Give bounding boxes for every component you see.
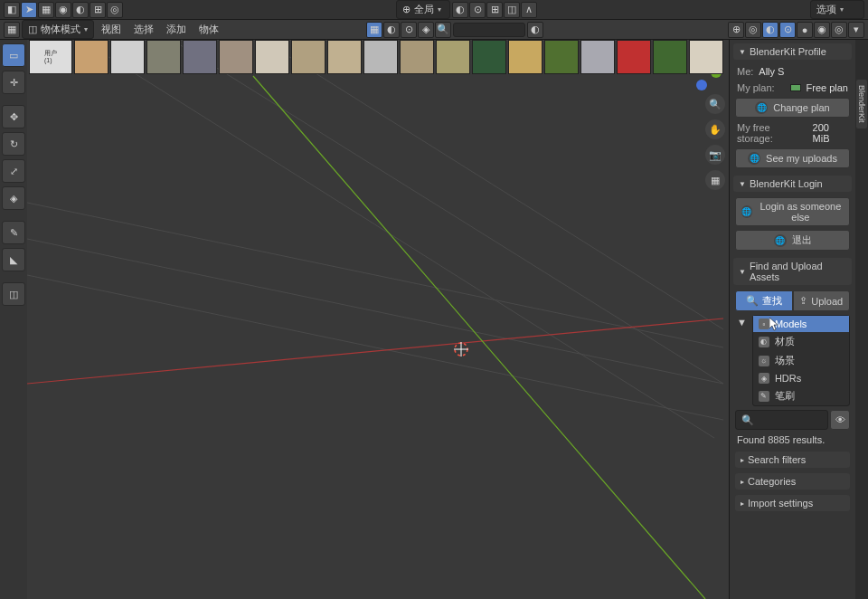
tool-add-cube[interactable]: ◫ — [2, 282, 25, 306]
menu-object[interactable]: 物体 — [193, 21, 224, 38]
asset-thumb[interactable] — [110, 40, 145, 74]
asset-search-input[interactable]: 🔍 — [735, 410, 828, 430]
menu-select[interactable]: 选择 — [128, 21, 159, 38]
left-toolbar: ▭ ✛ ✥ ↻ ⤢ ◈ ✎ ◣ ◫ — [0, 40, 27, 599]
options-dropdown[interactable]: 选项▾ — [810, 0, 864, 19]
overlay-search-icon[interactable]: 🔍 — [435, 22, 451, 38]
header-search-input[interactable] — [453, 23, 525, 37]
select-lasso-icon[interactable]: ◐ — [72, 2, 89, 18]
tool-rotate[interactable]: ↻ — [2, 132, 25, 156]
camera-icon[interactable]: 📷 — [705, 145, 725, 165]
menu-add[interactable]: 添加 — [161, 21, 192, 38]
snap-toggle-icon[interactable]: ⊙ — [469, 2, 486, 18]
proportional-icon[interactable]: ◎ — [107, 2, 123, 18]
asset-thumb[interactable] — [400, 40, 434, 74]
type-brushes[interactable]: ✎ 笔刷 — [753, 386, 849, 405]
select-circle-icon[interactable]: ◉ — [55, 2, 71, 18]
tab-upload[interactable]: ⇪ Upload — [793, 290, 851, 311]
search-filters-header[interactable]: ▸Search filters — [735, 452, 850, 468]
tool-select-box[interactable]: ▭ — [2, 43, 25, 67]
asset-user-tile[interactable]: 用户(1) — [29, 40, 72, 74]
login-as-button[interactable]: 🌐 Login as someone else — [735, 197, 850, 226]
shading-solid-icon[interactable]: ● — [797, 22, 813, 38]
overlay-c-icon[interactable]: ◈ — [418, 22, 434, 38]
gizmo-toggle-icon[interactable]: ⊕ — [728, 22, 744, 38]
pivot-icon[interactable]: ◐ — [452, 2, 468, 18]
overlay-visibility-icon[interactable]: ▦ — [366, 22, 382, 38]
asset-thumbnail-strip: 用户(1) — [29, 40, 729, 74]
asset-thumb[interactable] — [291, 40, 326, 74]
asset-thumb[interactable] — [146, 40, 181, 74]
asset-thumb[interactable] — [219, 40, 253, 74]
asset-thumb[interactable] — [183, 40, 217, 74]
globe-icon: 🌐 — [748, 152, 760, 165]
shading-rendered-icon[interactable]: ◎ — [831, 22, 847, 38]
xray-icon[interactable]: ◐ — [762, 22, 778, 38]
options-b-icon[interactable]: ∧ — [521, 2, 537, 18]
profile-me: Me: Ally S — [735, 65, 850, 78]
change-plan-button[interactable]: 🌐 Change plan — [735, 98, 850, 118]
panel-find-header[interactable]: ▼Find and Upload Assets — [733, 258, 852, 285]
asset-thumb[interactable] — [74, 40, 108, 74]
asset-thumb[interactable] — [544, 40, 579, 74]
svg-line-0 — [27, 275, 723, 420]
far-right-tabs: BlenderKit — [855, 40, 868, 599]
asset-thumb[interactable] — [255, 40, 289, 74]
snap-icon[interactable]: ⊞ — [90, 2, 106, 18]
shading-options-icon[interactable]: ▾ — [848, 22, 864, 38]
categories-header[interactable]: ▸Categories — [735, 473, 850, 490]
type-models[interactable]: ▫ Models — [753, 316, 849, 332]
panel-profile-header[interactable]: ▼BlenderKit Profile — [733, 43, 852, 60]
list-collapse-icon[interactable]: ▼ — [735, 315, 749, 406]
tool-measure[interactable]: ◣ — [2, 248, 25, 271]
proportional-toggle-icon[interactable]: ⊞ — [486, 2, 503, 18]
asset-thumb[interactable] — [508, 40, 542, 74]
asset-thumb[interactable] — [363, 40, 398, 74]
type-materials[interactable]: ◐ 材质 — [753, 332, 849, 351]
shading-wire-icon[interactable]: ⊙ — [779, 22, 796, 38]
tab-search[interactable]: 🔍 查找 — [735, 290, 793, 311]
options-a-icon[interactable]: ◫ — [504, 2, 520, 18]
top-toolbar: ◧ ➤ ▦ ◉ ◐ ⊞ ◎ ⊕全局▾ ◐ ⊙ ⊞ ◫ ∧ 选项▾ — [0, 0, 868, 20]
editor-type-icon[interactable]: ▦ — [4, 22, 20, 38]
type-scenes[interactable]: ☼ 场景 — [753, 351, 849, 370]
tool-annotate[interactable]: ✎ — [2, 221, 25, 244]
shading-material-icon[interactable]: ◉ — [814, 22, 830, 38]
asset-thumb[interactable] — [472, 40, 506, 74]
overlay-b-icon[interactable]: ⊙ — [401, 22, 417, 38]
select-tweak-icon[interactable]: ➤ — [21, 2, 37, 18]
viewport-3d[interactable]: 用户(1) 🔍 — [27, 40, 729, 599]
scene-icon: ☼ — [759, 356, 769, 366]
tool-scale[interactable]: ⤢ — [2, 159, 25, 183]
tool-transform[interactable]: ◈ — [2, 186, 25, 210]
asset-thumb[interactable] — [617, 40, 651, 74]
zoom-icon[interactable]: 🔍 — [705, 94, 725, 114]
orientation-select[interactable]: ⊕全局▾ — [396, 0, 450, 19]
asset-thumb[interactable] — [653, 40, 687, 74]
pan-icon[interactable]: ✋ — [705, 119, 725, 139]
panel-login-header[interactable]: ▼BlenderKit Login — [733, 176, 852, 192]
asset-thumb[interactable] — [689, 40, 723, 74]
import-settings-header[interactable]: ▸Import settings — [735, 495, 850, 511]
gizmo-z-icon[interactable] — [696, 80, 707, 90]
asset-thumb[interactable] — [436, 40, 470, 74]
tool-move[interactable]: ✥ — [2, 105, 25, 128]
overlays-icon[interactable]: ◎ — [745, 22, 761, 38]
type-hdrs[interactable]: ◈ HDRs — [753, 370, 849, 386]
search-icon: 🔍 — [741, 414, 754, 426]
asset-thumb[interactable] — [580, 40, 615, 74]
viewport-controls: 🔍 ✋ 📷 ▦ — [705, 94, 725, 190]
perspective-icon[interactable]: ▦ — [705, 170, 725, 190]
overlay-toggle-icon[interactable]: ◐ — [527, 22, 543, 38]
menu-view[interactable]: 视图 — [96, 21, 127, 38]
tool-cursor[interactable]: ✛ — [2, 71, 25, 94]
search-visibility-button[interactable]: 👁 — [830, 410, 850, 430]
mode-select[interactable]: ◫物体模式▾ — [22, 20, 94, 39]
asset-thumb[interactable] — [327, 40, 362, 74]
see-uploads-button[interactable]: 🌐 See my uploads — [735, 148, 850, 168]
select-box-icon[interactable]: ▦ — [38, 2, 54, 18]
vtab-blenderkit[interactable]: BlenderKit — [856, 80, 867, 128]
logout-button[interactable]: 🌐 退出 — [735, 230, 850, 251]
overlay-a-icon[interactable]: ◐ — [383, 22, 400, 38]
logo-icon[interactable]: ◧ — [4, 2, 20, 18]
